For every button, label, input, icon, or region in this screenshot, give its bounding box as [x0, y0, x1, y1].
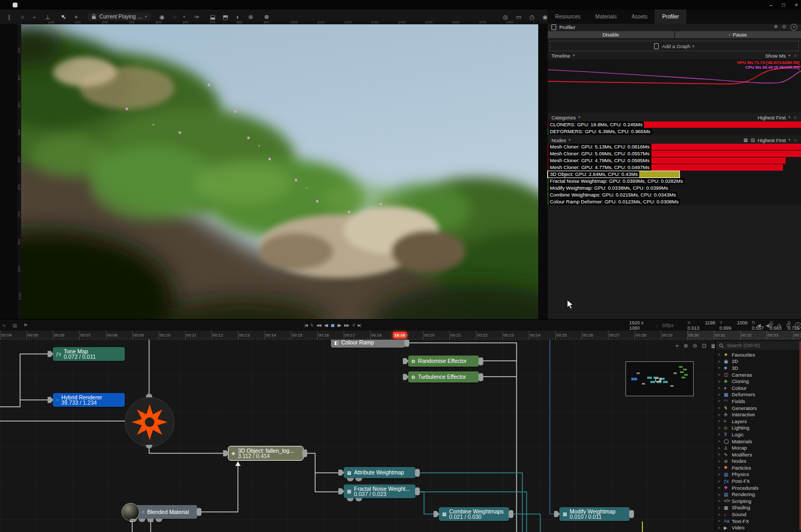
vertical-ruler[interactable]: 1002003004005006007008009001000 [17, 24, 21, 319]
axis-tool-icon[interactable]: ⊥ [43, 13, 52, 21]
graph-settings-icon[interactable]: ☼ [793, 53, 797, 58]
node-combine-weightmaps[interactable]: ▦Combine Weightmaps0.021 / 0.030 [439, 507, 509, 521]
monitor-icon[interactable]: ▭ [514, 13, 523, 21]
expand-arrow-icon[interactable]: ▸ [719, 406, 724, 410]
chevron-down-icon[interactable]: ▾ [788, 115, 790, 119]
nodes-settings-icon[interactable]: ☼ [793, 137, 797, 143]
sidebar-item-cloning[interactable]: ▸❋Cloning [715, 378, 800, 385]
viewport-layout-icon[interactable]: ⬓ [208, 13, 217, 21]
expand-arrow-icon[interactable]: ▸ [719, 492, 724, 497]
expand-arrow-icon[interactable]: ▸ [719, 526, 724, 530]
disable-button[interactable]: Disable [548, 31, 674, 38]
input-connector[interactable] [223, 450, 229, 458]
bottom-connector[interactable] [139, 519, 145, 522]
categories-sort-dropdown[interactable]: Highest First [758, 115, 786, 120]
clear-icon[interactable]: ⊗ [774, 24, 778, 31]
gizmo-tool-icon[interactable]: ⌖ [72, 13, 80, 21]
expand-arrow-icon[interactable]: ▸ [719, 486, 724, 490]
tab-assets[interactable]: Assets [624, 10, 655, 24]
add-graph-button[interactable]: Add a Graph + [550, 41, 799, 51]
shading-sphere-icon[interactable]: ◐ [234, 13, 242, 21]
categories-settings-icon[interactable]: ☼ [793, 115, 797, 120]
sidebar-item-particles[interactable]: ▸✱Particles [715, 464, 800, 471]
paint-select-icon[interactable]: ✑ [192, 13, 201, 21]
expand-arrow-icon[interactable]: ▸ [719, 419, 724, 423]
bookmark-icon[interactable]: ⚑ [23, 323, 27, 328]
profiler-row[interactable]: CLONERS: GPU: 19.8Ms, CPU: 0.245Ms [548, 122, 801, 128]
expand-arrow-icon[interactable]: ▸ [719, 499, 724, 503]
clock-icon[interactable]: ◷ [777, 323, 781, 328]
sidebar-item-materials[interactable]: ▸◯Materials [715, 438, 800, 445]
bottom-connector[interactable] [347, 478, 354, 481]
step-back-button[interactable]: ◀▮ [324, 323, 328, 328]
output-connector[interactable] [415, 488, 420, 496]
chevron-down-icon[interactable]: ▾ [183, 15, 186, 19]
profiler-row[interactable]: Mesh Cloner: GPU: 4.79Ms, CPU: 0.0585Ms [548, 157, 801, 164]
expand-arrow-icon[interactable]: ▸ [719, 459, 724, 463]
chevron-down-icon[interactable]: ▾ [573, 53, 575, 58]
capture-icon[interactable]: ◎ [501, 13, 510, 21]
snapshot-icon[interactable]: ◎ [782, 24, 786, 31]
audio-mute-icon[interactable]: ◀ [757, 323, 761, 328]
go-to-end-button[interactable]: ▶| [358, 323, 361, 328]
tab-materials[interactable]: Materials [588, 10, 624, 24]
node-randomise-effector[interactable]: ✿Randomise Effector [408, 356, 479, 367]
input-connector[interactable] [434, 510, 439, 518]
input-connector[interactable] [48, 396, 53, 404]
chevron-down-icon[interactable]: ▾ [788, 53, 790, 58]
expand-arrow-icon[interactable]: ▸ [719, 506, 724, 510]
navigate-wheel-icon[interactable]: ☸ [262, 13, 271, 21]
fast-forward-button[interactable]: ▶▶ [344, 323, 349, 328]
profiler-row[interactable]: Mesh Cloner: GPU: 5.13Ms, CPU: 0.0816Ms [548, 144, 801, 151]
input-connector[interactable] [338, 488, 344, 496]
tab-profiler[interactable]: Profiler [655, 10, 686, 24]
fit-view-icon[interactable]: ⊡ [702, 343, 706, 349]
output-connector[interactable] [415, 469, 420, 477]
clock-icon[interactable]: ◷ [528, 13, 536, 21]
profiler-row[interactable]: Combine Weightmaps: GPU: 0.0215Ms, CPU: … [548, 192, 801, 199]
sidebar-item-procedurals[interactable]: ▸❖Procedurals [715, 484, 800, 491]
sidebar-item-cameras[interactable]: ▸◫Cameras [715, 371, 800, 378]
output-connector[interactable] [478, 373, 483, 381]
expand-arrow-icon[interactable]: ▸ [719, 519, 724, 523]
profiler-row[interactable]: Mesh Cloner: GPU: 5.09Ms, CPU: 0.0557Ms [548, 151, 801, 157]
rotate-tool-icon[interactable]: ○ [18, 13, 26, 21]
expand-arrow-icon[interactable]: ▸ [719, 399, 724, 403]
sidebar-item-scripting[interactable]: ▸</>Scripting [715, 498, 800, 505]
profiler-row[interactable]: Mesh Cloner: GPU: 4.77Ms, CPU: 0.0497Ms [548, 164, 801, 171]
rewind-button[interactable]: ◀◀ [316, 323, 321, 328]
input-connector[interactable] [403, 373, 409, 381]
profiler-row[interactable]: 3D Object: GPU: 2.64Ms, CPU: 0.43Ms [548, 171, 801, 178]
node-graph[interactable]: ⌖⊕⊖⊡▦ [0, 340, 715, 532]
node-modify-weightmap[interactable]: ▦Modify Weightmap0.010 / 0.011 [559, 507, 630, 521]
sidebar-item-text-fx[interactable]: ▸AaText-FX [715, 518, 800, 525]
snapshot-icon[interactable]: ◎ [795, 322, 801, 329]
expand-arrow-icon[interactable]: ▸ [719, 372, 724, 377]
bar-view-icon[interactable]: ▤ [750, 137, 755, 143]
expand-arrow-icon[interactable]: ▸ [719, 452, 724, 456]
expand-arrow-icon[interactable]: ▸ [719, 446, 724, 450]
sidebar-item-mocap[interactable]: ▸♙Mocap [715, 444, 800, 451]
minimize-button[interactable]: – [770, 2, 773, 8]
node-tone-map[interactable]: ƒxTone Map0.072 / 0.011 [53, 347, 125, 361]
sidebar-item-logic[interactable]: ▸⊼Logic [715, 431, 800, 438]
select-tool-icon[interactable]: ↖ [59, 13, 68, 21]
output-connector[interactable] [478, 357, 483, 365]
step-forward-button[interactable]: ▮▶ [337, 323, 341, 328]
input-connector[interactable] [554, 510, 560, 518]
loop-in-button[interactable]: ↻ [310, 323, 313, 328]
star-top-connector[interactable] [146, 394, 152, 397]
chevron-down-icon[interactable]: ▾ [568, 138, 570, 142]
chevron-down-icon[interactable]: ▾ [578, 115, 581, 119]
expand-arrow-icon[interactable]: ▸ [719, 366, 724, 370]
snap-tool-icon[interactable]: ⌊ [5, 13, 14, 21]
profiler-row[interactable]: Fractal Noise Weightmap: GPU: 0.0399Ms, … [548, 178, 801, 185]
sidebar-item-colour[interactable]: ▸◕Colour [715, 385, 800, 391]
frame-all-icon[interactable]: ⌖ [676, 343, 679, 349]
expand-arrow-icon[interactable]: ▸ [719, 379, 724, 384]
audio-level-icon[interactable]: ◀)) [766, 323, 772, 328]
output-connector[interactable] [302, 450, 307, 458]
profiler-row[interactable]: Modify Weightmap: GPU: 0.0338Ms, CPU: 0.… [548, 185, 801, 192]
output-connector[interactable] [404, 340, 409, 347]
expand-arrow-icon[interactable]: ▸ [719, 393, 724, 397]
